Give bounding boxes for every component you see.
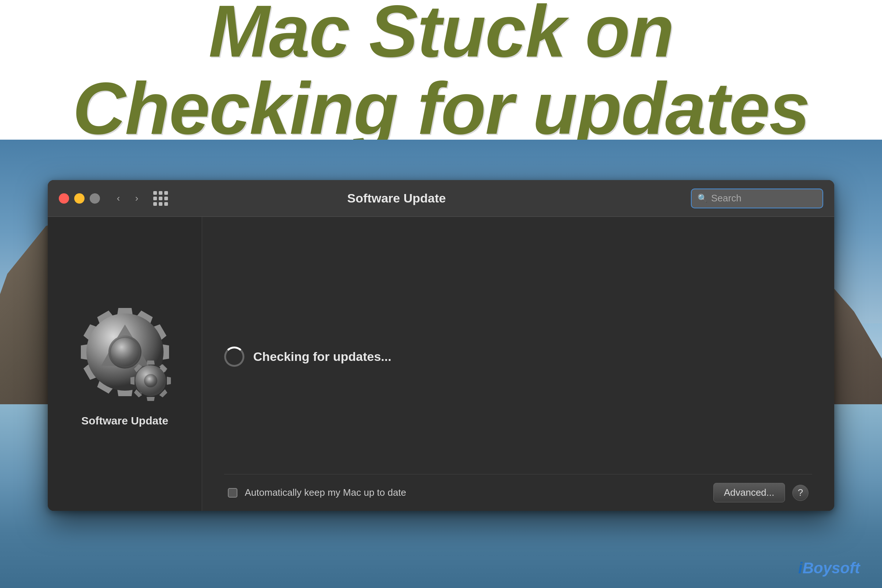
svg-point-24 [144, 374, 157, 387]
gear-icon [74, 301, 176, 404]
headline-line1: Mac Stuck on [208, 0, 673, 72]
macos-window: ‹ › Software Update 🔍 [48, 180, 834, 511]
svg-marker-15 [147, 360, 155, 364]
gear-icon-container [74, 301, 176, 404]
watermark-suffix: Boysoft [802, 560, 860, 577]
watermark: iBoysoft [798, 560, 860, 577]
auto-update-label: Automatically keep my Mac up to date [245, 487, 706, 498]
spinner-animation [224, 346, 244, 367]
advanced-button[interactable]: Advanced... [713, 483, 785, 502]
checking-row: Checking for updates... [224, 239, 812, 474]
maximize-button[interactable] [90, 193, 100, 204]
window-body: Software Update Checking for updates... … [48, 217, 834, 511]
sidebar: Software Update [48, 217, 202, 511]
sidebar-label: Software Update [81, 414, 168, 427]
top-banner: Mac Stuck on Checking for updates [0, 0, 882, 140]
checking-text: Checking for updates... [253, 350, 392, 364]
svg-marker-21 [130, 376, 135, 385]
spinner-icon [224, 346, 244, 367]
svg-marker-19 [147, 397, 155, 401]
minimize-button[interactable] [74, 193, 84, 204]
titlebar: ‹ › Software Update 🔍 [48, 180, 834, 217]
search-icon: 🔍 [698, 194, 707, 203]
svg-point-13 [108, 336, 141, 369]
desktop-background: ‹ › Software Update 🔍 [0, 140, 882, 588]
help-button[interactable]: ? [792, 485, 808, 501]
main-panel: Checking for updates... Automatically ke… [202, 217, 834, 511]
window-title: Software Update [102, 191, 691, 206]
svg-marker-17 [167, 376, 171, 385]
headline: Mac Stuck on Checking for updates [73, 0, 810, 147]
auto-update-checkbox[interactable] [228, 488, 237, 498]
watermark-prefix: i [798, 560, 802, 577]
search-placeholder: Search [711, 193, 741, 204]
window-controls [59, 193, 100, 204]
search-box[interactable]: 🔍 Search [691, 189, 823, 208]
bottom-bar: Automatically keep my Mac up to date Adv… [224, 474, 812, 511]
headline-line2: Checking for updates [73, 67, 810, 149]
close-button[interactable] [59, 193, 69, 204]
